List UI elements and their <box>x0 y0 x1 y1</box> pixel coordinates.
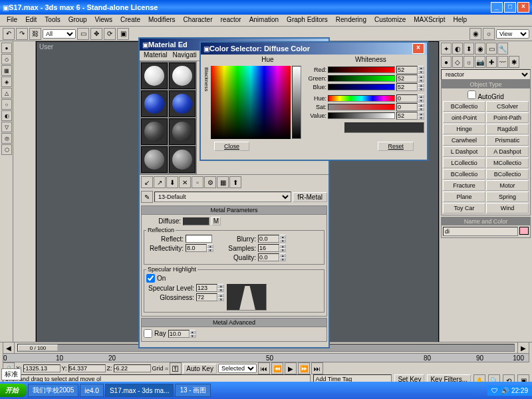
blurry-input[interactable] <box>258 235 279 243</box>
object-name-input[interactable] <box>443 227 518 236</box>
select-button[interactable]: ▭ <box>77 28 89 40</box>
obj-button[interactable]: Ragdoll <box>486 124 529 134</box>
display-tab[interactable]: ▭ <box>486 43 497 55</box>
start-button[interactable]: 开始 <box>0 384 27 397</box>
color-reset-button[interactable]: Reset <box>378 142 414 151</box>
reactor-tool-icon[interactable]: ◎ <box>1 133 12 144</box>
material-slot[interactable] <box>169 118 196 145</box>
material-slot[interactable] <box>141 118 168 145</box>
diffuse-swatch[interactable] <box>183 217 209 225</box>
spinner-down[interactable]: ▾ <box>279 257 286 261</box>
menu-tools[interactable]: Tools <box>41 15 64 26</box>
reactor-tool-icon[interactable]: ▦ <box>1 65 12 76</box>
obj-button[interactable]: BCollectio <box>486 169 529 180</box>
material-name-dropdown[interactable]: 13-Default <box>154 192 291 202</box>
rotate-button[interactable]: ⟳ <box>104 28 116 40</box>
obj-button[interactable]: Plane <box>443 192 485 202</box>
autogrid-checkbox[interactable] <box>467 90 476 99</box>
blue-slider[interactable] <box>328 84 395 90</box>
assign-material-icon[interactable]: ⬇ <box>166 176 178 188</box>
obj-button[interactable]: Wind <box>486 203 529 213</box>
color-close-button[interactable]: × <box>412 43 424 54</box>
menu-modifiers[interactable]: Modifiers <box>144 15 180 26</box>
reactor-tool-icon[interactable]: ◈ <box>1 76 12 87</box>
hue-slider[interactable] <box>328 95 395 102</box>
link-button[interactable]: ⛓ <box>29 28 41 40</box>
time-slider-thumb[interactable]: 0 / 100 <box>18 344 58 351</box>
spinner-down[interactable]: ▾ <box>217 288 224 292</box>
obj-button[interactable]: Spring <box>486 192 529 202</box>
green-slider[interactable] <box>328 75 395 82</box>
obj-button[interactable]: A Dashpot <box>486 146 529 157</box>
reactor-tool-icon[interactable]: ▽ <box>1 122 12 132</box>
spinner-down[interactable]: ▾ <box>418 87 424 91</box>
material-slot[interactable] <box>169 146 196 173</box>
ray-input[interactable] <box>168 330 190 338</box>
material-slot[interactable] <box>141 63 168 89</box>
y-coord-input[interactable] <box>68 364 106 372</box>
menu-customize[interactable]: Customize <box>370 15 410 26</box>
redo-button[interactable]: ↷ <box>16 28 28 40</box>
taskbar-item[interactable]: 我们学校2005 <box>28 384 78 397</box>
obj-button[interactable]: Point-Path <box>486 112 529 123</box>
tray-icon[interactable]: 🔊 <box>501 387 509 394</box>
obj-button[interactable]: Motor <box>486 180 529 191</box>
obj-button[interactable]: BCollectio <box>443 101 485 112</box>
options-icon[interactable]: ⚙ <box>204 176 216 188</box>
taskbar-item[interactable]: S17.max - 3ds ma... <box>105 384 174 397</box>
obj-button[interactable]: Carwheel <box>443 135 485 146</box>
lights-icon[interactable]: ☼ <box>464 56 474 68</box>
spinner-down[interactable]: ▾ <box>418 98 424 102</box>
reflectivity-input[interactable] <box>186 244 207 252</box>
color-preview-swatch[interactable] <box>344 122 424 133</box>
menu-character[interactable]: Character <box>180 15 217 26</box>
spinner-down[interactable]: ▾ <box>190 334 196 338</box>
get-material-icon[interactable]: ↙ <box>141 176 153 188</box>
specular-on-checkbox[interactable] <box>146 274 155 283</box>
key-icon[interactable]: ⚿ <box>170 362 182 374</box>
menu-graph-editors[interactable]: Graph Editors <box>283 15 332 26</box>
menu-views[interactable]: Views <box>91 15 117 26</box>
obj-button[interactable]: LCollectio <box>443 158 485 168</box>
menu-animation[interactable]: Animation <box>245 15 283 26</box>
put-to-scene-icon[interactable]: ↗ <box>154 176 166 188</box>
ime-indicator[interactable]: 标准 <box>1 368 21 380</box>
z-coord-input[interactable] <box>114 364 151 372</box>
prev-frame-button[interactable]: ◀ <box>3 342 15 354</box>
object-color-swatch[interactable] <box>519 227 529 235</box>
create-tab[interactable]: ✦ <box>441 43 452 55</box>
minimize-button[interactable]: _ <box>491 2 503 13</box>
hierarchy-tab[interactable]: ⬍ <box>464 43 474 55</box>
green-input[interactable] <box>396 74 418 82</box>
red-input[interactable] <box>396 66 418 74</box>
reactor-tool-icon[interactable]: ◇ <box>1 54 12 65</box>
metal-params-header[interactable]: Metal Parameters <box>142 206 327 215</box>
reflect-swatch[interactable] <box>186 235 212 243</box>
material-slot[interactable] <box>141 146 168 173</box>
undo-button[interactable]: ↶ <box>3 28 15 40</box>
obj-button[interactable]: MCollectio <box>486 158 529 168</box>
spinner-down[interactable]: ▾ <box>418 116 424 120</box>
taskbar-item[interactable]: ie4.0 <box>80 384 104 397</box>
obj-button[interactable]: oint-Point <box>443 112 485 123</box>
key-mode-dropdown[interactable]: Selected <box>218 364 257 373</box>
maximize-button[interactable]: □ <box>504 2 516 13</box>
selection-filter-dropdown[interactable]: All <box>43 29 76 39</box>
system-tray[interactable]: 🛡 🔊 22:29 <box>487 386 532 396</box>
red-slider[interactable] <box>328 66 395 73</box>
metal-advanced-header[interactable]: Metal Advanced <box>142 319 327 327</box>
color-close-button[interactable]: Close <box>214 142 249 151</box>
diffuse-map-button[interactable]: M <box>211 217 221 225</box>
category-dropdown[interactable]: reactor <box>441 69 531 80</box>
menu-group[interactable]: Group <box>65 15 91 26</box>
mat-menu-navigation[interactable]: Navigati <box>170 51 200 61</box>
material-editor-button[interactable]: ◉ <box>469 28 481 40</box>
prev-key-icon[interactable]: ⏪ <box>271 362 283 374</box>
sat-input[interactable] <box>396 103 418 111</box>
reactor-tool-icon[interactable]: △ <box>1 88 12 98</box>
samples-input[interactable] <box>258 244 279 252</box>
helpers-icon[interactable]: ✚ <box>486 56 497 68</box>
move-button[interactable]: ✥ <box>90 28 102 40</box>
material-type-button[interactable]: fR-Metal <box>293 192 327 202</box>
mat-menu-material[interactable]: Material <box>141 51 170 61</box>
